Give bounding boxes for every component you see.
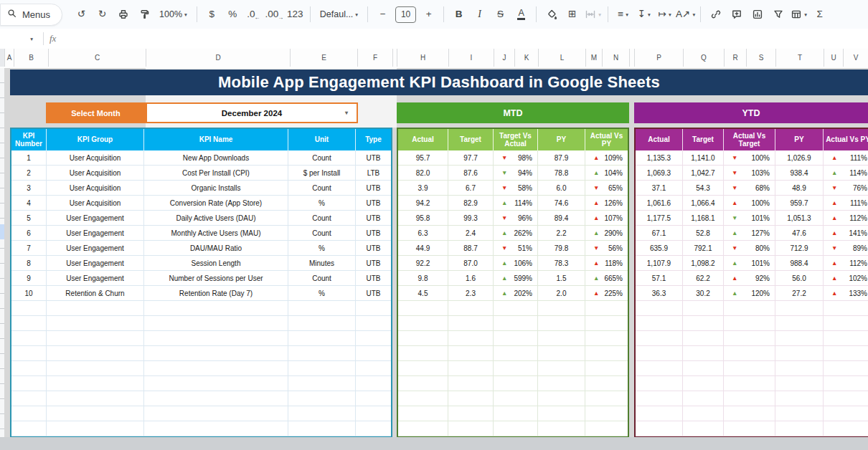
ytd-empty-cell[interactable]	[636, 331, 683, 346]
ytd-actual-vs-py-cell[interactable]: ▲112%	[824, 211, 868, 226]
kpi-number-cell[interactable]: 2	[11, 166, 47, 181]
unit-cell[interactable]: %	[288, 196, 356, 211]
ytd-empty-cell[interactable]	[683, 361, 724, 376]
row-header-strip[interactable]	[0, 68, 4, 437]
mtd-empty-cell[interactable]	[398, 391, 448, 406]
mtd-py-cell[interactable]: 79.8	[538, 241, 585, 256]
mtd-empty-cell[interactable]	[538, 406, 585, 421]
percent-format-icon[interactable]: %	[223, 5, 242, 24]
kpi-info-table[interactable]: KPI NumberKPI GroupKPI NameUnitType1User…	[10, 128, 392, 438]
kpi-group-cell[interactable]: User Engagement	[47, 241, 144, 256]
mtd-actual-vs-py-cell[interactable]: ▲290%	[585, 226, 628, 241]
insert-chart-icon[interactable]	[747, 5, 767, 24]
ytd-col-header[interactable]: Actual Vs PY	[824, 129, 868, 150]
ytd-actual-cell[interactable]: 36.3	[636, 286, 683, 301]
ytd-empty-cell[interactable]	[724, 301, 775, 316]
kpi-empty-cell[interactable]	[144, 406, 288, 421]
kpi-empty-cell[interactable]	[144, 346, 288, 361]
ytd-empty-cell[interactable]	[775, 391, 824, 406]
ytd-empty-cell[interactable]	[824, 301, 868, 316]
mtd-empty-cell[interactable]	[538, 421, 585, 436]
unit-cell[interactable]: Count	[288, 271, 356, 286]
mtd-target-cell[interactable]: 82.9	[448, 196, 494, 211]
mtd-target-cell[interactable]: 87.6	[448, 166, 494, 181]
mtd-empty-cell[interactable]	[585, 301, 628, 316]
kpi-empty-cell[interactable]	[288, 376, 356, 391]
ytd-empty-cell[interactable]	[724, 421, 775, 436]
column-header-s[interactable]: S	[746, 49, 775, 67]
mtd-actual-vs-py-cell[interactable]: ▲665%	[585, 271, 628, 286]
bold-icon[interactable]: B	[449, 5, 468, 24]
borders-icon[interactable]: ⊞	[562, 5, 582, 24]
mtd-empty-cell[interactable]	[398, 421, 448, 436]
decrease-font-size-icon[interactable]: −	[373, 5, 392, 24]
kpi-name-cell[interactable]: Daily Active Users (DAU)	[144, 211, 288, 226]
ytd-py-cell[interactable]: 56.0	[775, 271, 824, 286]
kpi-empty-cell[interactable]	[288, 361, 356, 376]
mtd-empty-cell[interactable]	[494, 361, 538, 376]
kpi-col-header[interactable]: KPI Name	[144, 129, 288, 150]
kpi-empty-cell[interactable]	[144, 376, 288, 391]
insert-comment-icon[interactable]	[727, 5, 746, 24]
mtd-actual-cell[interactable]: 95.7	[398, 150, 448, 166]
mtd-col-header[interactable]: Actual Vs PY	[585, 129, 628, 150]
ytd-section-header[interactable]: YTD	[634, 102, 868, 123]
kpi-col-header[interactable]: Type	[356, 129, 391, 150]
zoom-select[interactable]: 100%▾	[155, 5, 192, 24]
kpi-empty-cell[interactable]	[11, 391, 47, 406]
kpi-empty-cell[interactable]	[356, 421, 391, 436]
ytd-empty-cell[interactable]	[683, 331, 724, 346]
ytd-empty-cell[interactable]	[636, 376, 683, 391]
ytd-actual-vs-target-cell[interactable]: ▼80%	[724, 241, 775, 256]
ytd-target-cell[interactable]: 1,168.1	[683, 211, 724, 226]
mtd-target-vs-actual-cell[interactable]: ▼96%	[494, 211, 538, 226]
kpi-number-cell[interactable]: 6	[11, 226, 47, 241]
kpi-empty-cell[interactable]	[11, 331, 47, 346]
mtd-table[interactable]: ActualTargetTarget Vs ActualPYActual Vs …	[397, 128, 629, 438]
mtd-target-vs-actual-cell[interactable]: ▼51%	[494, 241, 538, 256]
mtd-empty-cell[interactable]	[494, 376, 538, 391]
sheet-grid[interactable]: Mobile App Engagement KPI Dashboard in G…	[0, 68, 868, 450]
column-header-e[interactable]: E	[290, 49, 357, 67]
kpi-empty-cell[interactable]	[47, 391, 144, 406]
ytd-col-header[interactable]: Actual	[636, 129, 683, 150]
mtd-empty-cell[interactable]	[585, 346, 628, 361]
text-rotation-icon[interactable]: A↗▾	[676, 5, 695, 24]
kpi-empty-cell[interactable]	[288, 346, 356, 361]
column-header-l[interactable]: L	[538, 49, 585, 67]
kpi-empty-cell[interactable]	[288, 331, 356, 346]
insert-link-icon[interactable]	[706, 5, 725, 24]
menus-button[interactable]: Menus	[0, 4, 62, 26]
ytd-empty-cell[interactable]	[724, 331, 775, 346]
mtd-empty-cell[interactable]	[494, 301, 538, 316]
ytd-empty-cell[interactable]	[824, 316, 868, 331]
kpi-name-cell[interactable]: Cost Per Install (CPI)	[144, 166, 288, 181]
ytd-py-cell[interactable]: 48.9	[775, 181, 824, 196]
mtd-empty-cell[interactable]	[398, 316, 448, 331]
ytd-actual-vs-py-cell[interactable]: ▲133%	[824, 286, 868, 301]
ytd-empty-cell[interactable]	[724, 361, 775, 376]
ytd-empty-cell[interactable]	[683, 346, 724, 361]
column-header-n[interactable]: N	[602, 49, 629, 67]
ytd-actual-vs-target-cell[interactable]: ▼103%	[724, 166, 775, 181]
mtd-target-cell[interactable]: 1.6	[448, 271, 494, 286]
kpi-empty-cell[interactable]	[47, 346, 144, 361]
column-header-t[interactable]: T	[775, 49, 824, 67]
kpi-empty-cell[interactable]	[11, 421, 47, 436]
ytd-empty-cell[interactable]	[775, 346, 824, 361]
mtd-py-cell[interactable]: 78.8	[538, 166, 585, 181]
kpi-col-header[interactable]: KPI Group	[47, 129, 144, 150]
column-header-h[interactable]: H	[397, 49, 448, 67]
kpi-empty-cell[interactable]	[356, 316, 391, 331]
unit-cell[interactable]: Count	[288, 211, 356, 226]
kpi-empty-cell[interactable]	[11, 376, 47, 391]
type-cell[interactable]: UTB	[356, 271, 391, 286]
kpi-empty-cell[interactable]	[47, 361, 144, 376]
column-header-k[interactable]: K	[514, 49, 538, 67]
ytd-actual-cell[interactable]: 1,135.3	[636, 150, 683, 166]
ytd-col-header[interactable]: PY	[775, 129, 824, 150]
ytd-empty-cell[interactable]	[683, 391, 724, 406]
kpi-empty-cell[interactable]	[356, 361, 391, 376]
kpi-empty-cell[interactable]	[144, 331, 288, 346]
mtd-empty-cell[interactable]	[494, 406, 538, 421]
